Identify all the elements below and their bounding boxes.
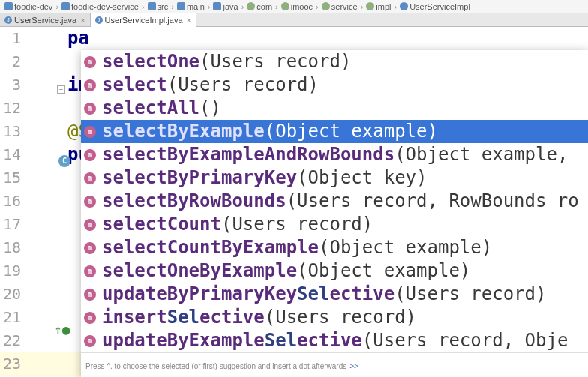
fold-icon[interactable]: + xyxy=(57,85,65,94)
completion-highlight: Sel xyxy=(167,306,200,329)
breadcrumb-item[interactable]: imooc xyxy=(280,2,314,11)
class-marker-icon[interactable]: C xyxy=(58,155,70,167)
completion-rest: ective xyxy=(329,283,394,306)
completion-item[interactable]: mselectByExampleAndRowBounds(Object exam… xyxy=(81,143,588,166)
tab-label: UserServiceImpl.java xyxy=(105,16,183,25)
line-number: 1 xyxy=(0,27,27,50)
line-number: 17 xyxy=(0,213,27,236)
method-icon: m xyxy=(84,149,96,161)
breadcrumb-label: imooc xyxy=(291,2,313,11)
folder-icon xyxy=(148,2,156,10)
breadcrumb-bar: foodie-dev› foodie-dev-service› src› mai… xyxy=(0,0,588,13)
completion-params: (Object key) xyxy=(297,166,427,190)
completion-name: insert xyxy=(102,306,167,329)
completion-params: (Object example) xyxy=(265,120,438,143)
completion-rest: ective xyxy=(200,306,265,329)
breadcrumb-item[interactable]: service xyxy=(320,2,359,11)
completion-params: (Users record, Obje xyxy=(362,329,568,352)
completion-highlight: Sel xyxy=(297,283,329,306)
java-icon: J xyxy=(95,16,103,24)
breadcrumb-label: foodie-dev-service xyxy=(71,2,139,11)
completion-item[interactable]: mselectCount(Users record) xyxy=(81,213,588,236)
completion-name: updateByPrimaryKey xyxy=(102,283,297,306)
completion-item[interactable]: mselectOneByExample(Object example) xyxy=(81,259,588,283)
java-icon: J xyxy=(4,16,12,24)
close-icon[interactable]: × xyxy=(80,16,85,25)
completion-name: updateByExample xyxy=(102,329,265,352)
completion-name: selectCount xyxy=(102,213,221,236)
line-number: 20 xyxy=(0,283,27,306)
line-number: 3 xyxy=(0,73,27,97)
completion-name: selectByPrimaryKey xyxy=(102,166,297,190)
completion-rest: ective xyxy=(297,329,362,352)
editor-tabs: JUserService.java× JUserServiceImpl.java… xyxy=(0,13,588,27)
breadcrumb-label: java xyxy=(223,2,238,11)
completion-name: selectCountByExample xyxy=(102,236,319,259)
folder-icon xyxy=(213,2,221,10)
completion-item[interactable]: mselectAll() xyxy=(81,97,588,120)
package-icon xyxy=(247,2,255,10)
breadcrumb-item[interactable]: com xyxy=(245,2,274,11)
completion-params: (Users record) xyxy=(200,50,351,73)
completion-item[interactable]: mselect(Users record) xyxy=(81,73,588,97)
package-icon xyxy=(281,2,290,10)
completion-item[interactable]: mselectByRowBounds(Users record, RowBoun… xyxy=(81,190,588,213)
breadcrumb-item[interactable]: foodie-dev-service xyxy=(60,2,140,11)
completion-params: (Users record) xyxy=(221,213,373,236)
method-icon: m xyxy=(84,79,96,91)
completion-params: (Object example) xyxy=(319,236,492,259)
line-number: 12 xyxy=(0,97,27,120)
editor-tab[interactable]: JUserService.java× xyxy=(0,13,91,26)
line-number: 15 xyxy=(0,166,27,190)
completion-item[interactable]: mselectCountByExample(Object example) xyxy=(81,236,588,259)
breadcrumb-item[interactable]: main xyxy=(176,2,206,11)
breadcrumb-label: src xyxy=(158,2,169,11)
completion-params: (Users record) xyxy=(265,306,416,329)
completion-item[interactable]: mupdateByExampleSelective(Users record, … xyxy=(81,329,588,352)
line-number: 22 xyxy=(0,329,27,352)
package-icon xyxy=(322,2,330,10)
completion-name: select xyxy=(102,73,167,97)
completion-name: selectAll xyxy=(102,97,200,120)
completion-name: selectByRowBounds xyxy=(102,190,286,213)
completion-item[interactable]: minsertSelective(Users record) xyxy=(81,306,588,329)
method-icon: m xyxy=(84,126,96,138)
close-icon[interactable]: × xyxy=(187,16,191,25)
editor-tab[interactable]: JUserServiceImpl.java× xyxy=(91,13,196,27)
completion-popup: mselectOne(Users record) mselect(Users r… xyxy=(81,50,588,377)
folder-icon xyxy=(62,2,70,10)
method-icon: m xyxy=(84,312,96,324)
line-number: 19 xyxy=(0,259,27,283)
breadcrumb-item[interactable]: java xyxy=(212,2,239,11)
breadcrumb-item[interactable]: UserServiceImpl xyxy=(398,2,472,11)
method-icon: m xyxy=(84,335,96,347)
line-number: 2 xyxy=(0,50,27,73)
code-editor[interactable]: 1pa 2 3+im 12 13@S 14Cpu 15 16 17 18 19 … xyxy=(0,27,588,377)
method-icon: m xyxy=(84,242,96,254)
completion-hint-bar: Press ^. to choose the selected (or firs… xyxy=(81,352,588,377)
completion-item[interactable]: mselectByPrimaryKey(Object key) xyxy=(81,166,588,190)
line-number: 21 xyxy=(0,306,27,329)
line-number: 16 xyxy=(0,190,27,213)
completion-item-selected[interactable]: mselectByExample(Object example) xyxy=(81,120,588,143)
folder-icon xyxy=(4,2,13,10)
completion-hint-link[interactable]: >> xyxy=(350,355,358,377)
method-icon: m xyxy=(84,219,96,231)
method-icon: m xyxy=(84,56,96,68)
line-number: 13 xyxy=(0,120,27,143)
breadcrumb-label: UserServiceImpl xyxy=(410,2,470,11)
breadcrumb-item[interactable]: src xyxy=(146,2,170,11)
completion-params: (Object example, xyxy=(394,143,568,166)
breadcrumb-label: service xyxy=(332,2,358,11)
line-number: 14 xyxy=(0,143,27,166)
method-icon: m xyxy=(84,265,96,277)
run-marker-icon[interactable]: ↑● xyxy=(54,318,70,341)
completion-item[interactable]: mselectOne(Users record) xyxy=(81,50,588,73)
completion-params: () xyxy=(200,97,221,120)
breadcrumb-item[interactable]: impl xyxy=(364,2,392,11)
completion-name: selectByExample xyxy=(102,120,265,143)
completion-item[interactable]: mupdateByPrimaryKeySelective(Users recor… xyxy=(81,283,588,306)
breadcrumb-item[interactable]: foodie-dev xyxy=(3,2,54,11)
completion-name: selectByExampleAndRowBounds xyxy=(102,143,394,166)
method-icon: m xyxy=(84,289,96,301)
